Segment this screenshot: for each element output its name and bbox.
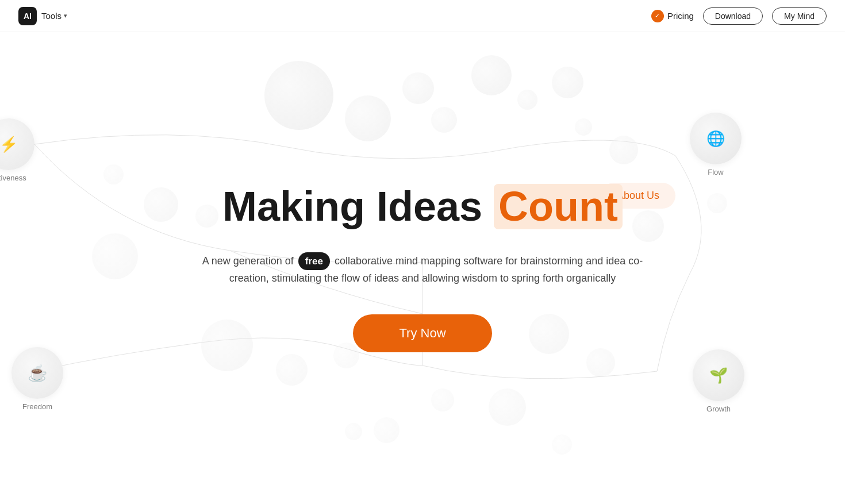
- hero-subtitle: A new generation of free collaborative m…: [198, 252, 647, 287]
- ratings-bar: [0, 487, 845, 504]
- navbar: AI Tools ▾ ✓ Pricing Download My Mind: [0, 0, 845, 32]
- pricing-label: Pricing: [667, 11, 694, 21]
- hero-title-part1: Making Ideas: [222, 183, 494, 229]
- tools-button[interactable]: Tools ▾: [41, 11, 67, 21]
- flow-circle: 🌐: [690, 113, 742, 164]
- growth-circle: 🌱: [693, 349, 744, 401]
- flow-item: 🌐 Flow: [690, 113, 742, 176]
- logo-icon: AI: [18, 7, 37, 25]
- free-badge: free: [298, 252, 330, 270]
- growth-item: 🌱 Growth: [693, 349, 744, 413]
- freedom-icon: ☕: [28, 364, 48, 383]
- hero-section: ⚡ ectiveness 🌐 Flow About Us 🌱 Growth ☕ …: [0, 32, 845, 504]
- effectiveness-circle: ⚡: [0, 118, 34, 170]
- nav-left: AI Tools ▾: [18, 7, 67, 25]
- freedom-label: Freedom: [22, 402, 52, 411]
- nav-right: ✓ Pricing Download My Mind: [651, 7, 827, 25]
- chevron-down-icon: ▾: [64, 12, 67, 20]
- freedom-item: ☕ Freedom: [11, 347, 63, 411]
- freedom-circle: ☕: [11, 347, 63, 399]
- mymind-button[interactable]: My Mind: [772, 7, 827, 25]
- hero-title: Making Ideas Count: [198, 184, 647, 229]
- tools-label: Tools: [41, 11, 62, 21]
- subtitle-before-free: A new generation of: [202, 255, 297, 267]
- effectiveness-label: ectiveness: [0, 174, 26, 182]
- download-button[interactable]: Download: [703, 7, 763, 25]
- flow-label: Flow: [708, 168, 723, 176]
- pricing-link[interactable]: ✓ Pricing: [651, 10, 694, 22]
- pricing-icon: ✓: [651, 10, 664, 22]
- hero-content: Making Ideas Count A new generation of f…: [175, 184, 670, 352]
- hero-title-orange: Count: [498, 183, 618, 229]
- growth-label: Growth: [706, 405, 731, 413]
- effectiveness-item: ⚡ ectiveness: [0, 118, 34, 182]
- try-now-button[interactable]: Try Now: [353, 314, 491, 352]
